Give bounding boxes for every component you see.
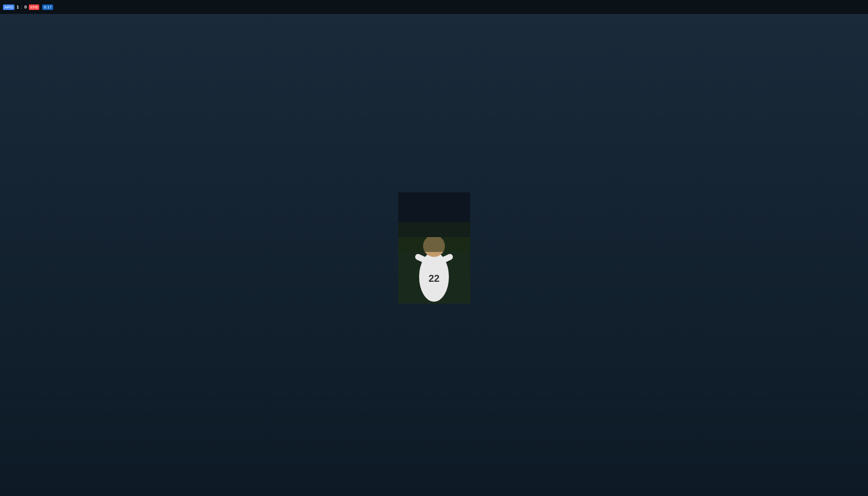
content-area: ← 🔍 ⋮ [0,35,846,496]
screenshot-player[interactable]: 22 ARG 1 : [428,184,500,295]
svg-rect-57 [428,222,470,252]
player-svg: 22 [428,192,470,295]
svg-text:22: 22 [428,273,439,284]
main-layout: ← 🔍 ⋮ [0,35,868,496]
screenshots-section: E FOOTBALL 2024 [20,184,826,295]
page-content: E eFootball™ 2024 KONAMI Contains ads • … [0,63,846,496]
player-photo-bg: 22 [428,184,500,295]
